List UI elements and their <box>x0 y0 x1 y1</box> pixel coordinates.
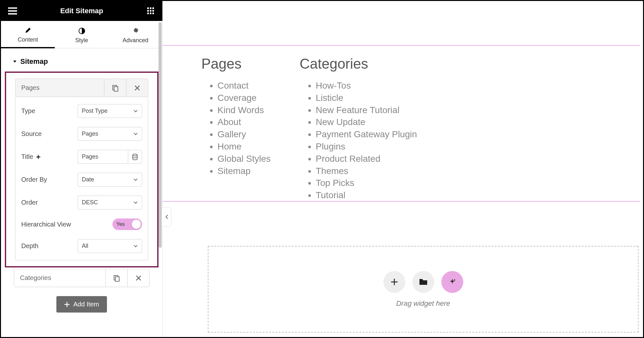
svg-rect-15 <box>115 277 119 281</box>
scrollbar-thumb[interactable] <box>159 22 162 248</box>
folder-button[interactable] <box>412 271 434 293</box>
repeater-title: Pages <box>15 79 104 97</box>
tab-label: Advanced <box>122 37 148 44</box>
control-orderby: Order By Date <box>15 168 148 191</box>
svg-rect-1 <box>150 7 151 9</box>
label: Source <box>21 130 78 138</box>
dynamic-icon[interactable] <box>128 150 142 164</box>
source-select[interactable]: Pages <box>78 127 142 141</box>
chevron-left-icon <box>165 214 169 219</box>
svg-rect-12 <box>114 87 118 91</box>
duplicate-icon[interactable] <box>105 269 127 287</box>
drop-actions <box>383 271 463 293</box>
preview-canvas: Pages ContactCoverageKind WordsAboutGall… <box>163 1 643 337</box>
add-widget-button[interactable] <box>383 271 405 293</box>
control-order: Order DESC <box>15 191 148 214</box>
chevron-down-icon <box>133 178 138 181</box>
pencil-icon <box>24 27 32 34</box>
plus-icon <box>390 278 399 286</box>
drop-text: Drag widget here <box>396 299 450 308</box>
repeater-title: Categories <box>14 269 105 287</box>
orderby-select[interactable]: Date <box>78 173 142 187</box>
tab-label: Content <box>18 36 38 43</box>
svg-rect-4 <box>150 10 151 12</box>
control-hierarchical: Hierarchical View Yes <box>15 214 148 235</box>
label: Title <box>21 153 78 160</box>
depth-select[interactable]: All <box>78 239 142 253</box>
plus-icon <box>64 302 70 307</box>
close-icon[interactable] <box>127 269 149 287</box>
chevron-down-icon <box>133 201 138 204</box>
chevron-down-icon <box>133 132 138 136</box>
panel-scroll: Sitemap Pages Type Post Type Source <box>1 48 162 337</box>
gear-icon <box>132 27 139 34</box>
sidebar-header: Edit Sitemap <box>1 1 162 21</box>
close-icon[interactable] <box>126 79 148 97</box>
hierarchical-toggle[interactable]: Yes <box>112 218 142 230</box>
svg-rect-7 <box>150 13 151 14</box>
folder-icon <box>419 278 428 285</box>
repeater-item-pages: Pages Type Post Type Source Pages <box>5 72 159 267</box>
tab-label: Style <box>75 37 88 44</box>
section-sitemap[interactable]: Sitemap <box>4 48 160 72</box>
toggle-knob <box>132 220 141 229</box>
label: Order By <box>21 176 78 183</box>
editor-tabs: Content Style Advanced <box>1 21 162 48</box>
tab-content[interactable]: Content <box>1 21 55 48</box>
sparkle-icon <box>36 154 41 159</box>
add-item-button[interactable]: Add Item <box>56 296 107 313</box>
control-title: Title <box>15 145 148 168</box>
sidebar-title: Edit Sitemap <box>60 7 103 15</box>
collapse-panel-handle[interactable] <box>162 207 171 227</box>
svg-rect-8 <box>152 13 154 14</box>
contrast-icon <box>78 27 85 34</box>
type-select[interactable]: Post Type <box>78 104 142 118</box>
tab-style[interactable]: Style <box>55 21 109 48</box>
title-input[interactable] <box>78 150 128 164</box>
svg-rect-5 <box>152 10 154 12</box>
chevron-down-icon <box>133 110 138 113</box>
hamburger-icon[interactable] <box>7 6 18 16</box>
control-type: Type Post Type <box>15 100 148 122</box>
control-depth: Depth All <box>15 235 148 257</box>
repeater-item-categories[interactable]: Categories <box>14 269 149 287</box>
label: Type <box>21 107 78 115</box>
svg-rect-3 <box>147 10 149 12</box>
caret-down-icon <box>13 59 17 64</box>
drop-zone[interactable]: Drag widget here <box>208 246 639 333</box>
tab-advanced[interactable]: Advanced <box>109 21 162 48</box>
ai-button[interactable] <box>441 271 463 293</box>
controls-list: Type Post Type Source Pages Title Order … <box>15 97 148 260</box>
chevron-down-icon <box>133 245 138 248</box>
widget-selection <box>163 45 640 202</box>
svg-rect-0 <box>147 7 149 9</box>
section-title: Sitemap <box>20 57 48 66</box>
sparkle-icon <box>448 278 456 286</box>
label: Depth <box>21 242 78 250</box>
scrollbar[interactable] <box>158 21 162 337</box>
svg-rect-6 <box>147 13 149 14</box>
repeater-header[interactable]: Pages <box>15 79 148 97</box>
label: Hierarchical View <box>21 221 112 228</box>
label: Order <box>21 199 78 206</box>
order-select[interactable]: DESC <box>78 196 142 209</box>
control-source: Source Pages <box>15 122 148 145</box>
duplicate-icon[interactable] <box>104 79 126 97</box>
svg-rect-2 <box>152 7 154 9</box>
editor-sidebar: Edit Sitemap Content Style Advanced Site… <box>1 1 163 337</box>
apps-grid-icon[interactable] <box>146 6 156 16</box>
svg-point-13 <box>133 154 137 156</box>
